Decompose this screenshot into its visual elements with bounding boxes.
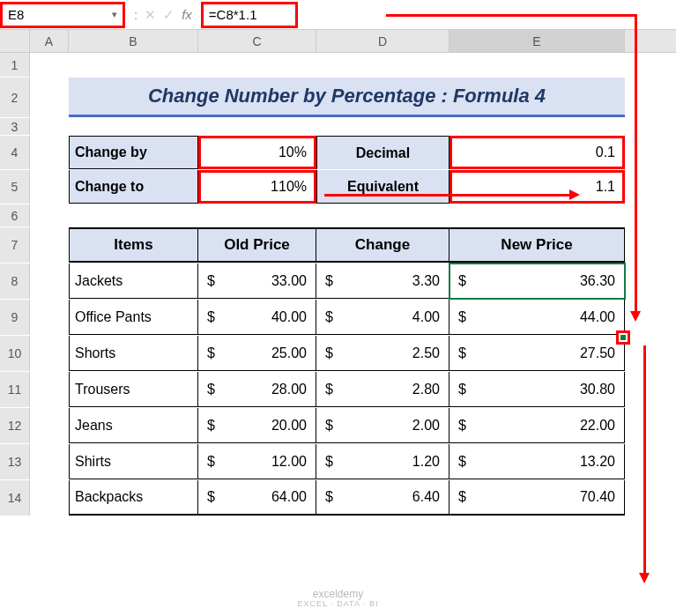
change-cell[interactable]: $3.30 bbox=[316, 263, 449, 299]
th-items[interactable]: Items bbox=[69, 227, 198, 263]
new-price-cell[interactable]: $22.00 bbox=[449, 408, 625, 443]
confirm-icon[interactable]: ✓ bbox=[163, 7, 175, 23]
cell-A1[interactable] bbox=[30, 53, 69, 77]
cell-B1[interactable] bbox=[69, 53, 198, 77]
old-price-cell[interactable]: $33.00 bbox=[198, 263, 316, 299]
select-all-corner[interactable] bbox=[0, 30, 30, 52]
cell-A3[interactable] bbox=[30, 118, 69, 135]
cell-A5[interactable] bbox=[30, 170, 69, 204]
cell-A13[interactable] bbox=[30, 444, 69, 479]
row-header-13[interactable]: 13 bbox=[0, 444, 30, 479]
change-cell[interactable]: $1.20 bbox=[316, 444, 449, 479]
col-header-D[interactable]: D bbox=[316, 30, 449, 52]
row-header-14[interactable]: 14 bbox=[0, 480, 30, 516]
change-cell[interactable]: $2.00 bbox=[316, 408, 449, 443]
decimal-val-2[interactable]: 1.1 bbox=[449, 170, 625, 204]
new-price-cell[interactable]: $13.20 bbox=[449, 444, 625, 479]
old-price-cell[interactable]: $20.00 bbox=[198, 408, 316, 443]
change-to-pct[interactable]: 110% bbox=[198, 170, 316, 204]
change-cell[interactable]: $2.50 bbox=[316, 336, 449, 371]
column-headers: A B C D E bbox=[0, 30, 676, 53]
item-cell[interactable]: Jeans bbox=[69, 408, 198, 443]
item-cell[interactable]: Shirts bbox=[69, 444, 198, 479]
old-price-cell[interactable]: $25.00 bbox=[198, 336, 316, 371]
cell-A10[interactable] bbox=[30, 336, 69, 371]
th-old[interactable]: Old Price bbox=[198, 227, 316, 263]
decimal-val-1[interactable]: 0.1 bbox=[449, 136, 625, 169]
change-cell[interactable]: $4.00 bbox=[316, 300, 449, 335]
formula-input[interactable]: =C8*1.1 bbox=[201, 2, 298, 28]
chevron-down-icon[interactable]: ▾ bbox=[112, 9, 117, 20]
data-rows-container: 8Jackets$33.00$3.30$36.309Office Pants$4… bbox=[0, 263, 676, 516]
fill-handle[interactable] bbox=[616, 330, 630, 345]
watermark-bottom: EXCEL · DATA · BI bbox=[298, 600, 379, 609]
change-cell[interactable]: $2.80 bbox=[316, 372, 449, 407]
item-cell[interactable]: Office Pants bbox=[69, 300, 198, 335]
fx-icon[interactable]: fx bbox=[182, 7, 192, 22]
old-price-cell[interactable]: $28.00 bbox=[198, 372, 316, 407]
row-header-4[interactable]: 4 bbox=[0, 136, 30, 169]
item-cell[interactable]: Backpacks bbox=[69, 480, 198, 516]
old-price-cell[interactable]: $12.00 bbox=[198, 444, 316, 479]
row-header-2[interactable]: 2 bbox=[0, 78, 30, 117]
arrow-c-to-e bbox=[324, 194, 571, 197]
row-header-7[interactable]: 7 bbox=[0, 227, 30, 263]
cell-A12[interactable] bbox=[30, 408, 69, 443]
formula-text: =C8*1.1 bbox=[209, 7, 257, 22]
old-price-cell[interactable]: $64.00 bbox=[198, 480, 316, 516]
item-cell[interactable]: Trousers bbox=[69, 372, 198, 407]
cell-A6[interactable] bbox=[30, 204, 69, 226]
title-cell[interactable]: Change Number by Percentage : Formula 4 bbox=[69, 78, 625, 117]
cell-A4[interactable] bbox=[30, 136, 69, 169]
change-to-label[interactable]: Change to bbox=[69, 170, 198, 204]
row-header-12[interactable]: 12 bbox=[0, 408, 30, 443]
change-by-label[interactable]: Change by bbox=[69, 136, 198, 169]
watermark: exceldemy EXCEL · DATA · BI bbox=[298, 589, 379, 609]
col-header-A[interactable]: A bbox=[30, 30, 69, 52]
old-price-cell[interactable]: $40.00 bbox=[198, 300, 316, 335]
item-cell[interactable]: Shorts bbox=[69, 336, 198, 371]
cell-A8[interactable] bbox=[30, 263, 69, 299]
col-header-B[interactable]: B bbox=[69, 30, 198, 52]
item-cell[interactable]: Jackets bbox=[69, 263, 198, 299]
row-header-6[interactable]: 6 bbox=[0, 204, 30, 226]
cell-C1[interactable] bbox=[198, 53, 316, 77]
decimal-label-1[interactable]: Decimal bbox=[316, 136, 449, 169]
new-price-cell[interactable]: $70.40 bbox=[449, 480, 625, 516]
cell-A9[interactable] bbox=[30, 300, 69, 335]
row-header-9[interactable]: 9 bbox=[0, 300, 30, 335]
name-box-value: E8 bbox=[8, 7, 24, 22]
row-header-8[interactable]: 8 bbox=[0, 263, 30, 299]
change-by-pct[interactable]: 10% bbox=[198, 136, 316, 169]
col-header-C[interactable]: C bbox=[198, 30, 316, 52]
change-cell[interactable]: $6.40 bbox=[316, 480, 449, 516]
cancel-icon[interactable]: ✕ bbox=[145, 7, 156, 23]
cell-A2[interactable] bbox=[30, 78, 69, 117]
spreadsheet-grid: 1 2 Change Number by Percentage : Formul… bbox=[0, 53, 676, 516]
row-header-10[interactable]: 10 bbox=[0, 336, 30, 371]
new-price-cell[interactable]: $27.50 bbox=[449, 336, 625, 371]
row-header-5[interactable]: 5 bbox=[0, 170, 30, 204]
cell-D1[interactable] bbox=[316, 53, 449, 77]
cell-A14[interactable] bbox=[30, 480, 69, 516]
row-header-3[interactable]: 3 bbox=[0, 118, 30, 135]
cell-A7[interactable] bbox=[30, 227, 69, 263]
row-header-1[interactable]: 1 bbox=[0, 53, 30, 77]
arrow-fill-vert bbox=[643, 345, 646, 575]
th-change[interactable]: Change bbox=[316, 227, 449, 263]
arrow-formula-horiz bbox=[386, 14, 637, 17]
decimal-label-2[interactable]: Equivalent bbox=[316, 170, 449, 204]
name-box[interactable]: E8 ▾ bbox=[0, 2, 125, 28]
row-header-11[interactable]: 11 bbox=[0, 372, 30, 407]
cell-A11[interactable] bbox=[30, 372, 69, 407]
new-price-cell[interactable]: $30.80 bbox=[449, 372, 625, 407]
new-price-cell[interactable]: $44.00 bbox=[449, 300, 625, 335]
col-header-E[interactable]: E bbox=[449, 30, 625, 52]
arrow-head-fill-icon bbox=[639, 573, 650, 583]
arrow-formula-vert bbox=[635, 14, 637, 314]
th-new[interactable]: New Price bbox=[449, 227, 625, 263]
cell-row6[interactable] bbox=[69, 204, 625, 226]
new-price-cell[interactable]: $36.30 bbox=[449, 263, 625, 299]
cell-row3[interactable] bbox=[69, 118, 625, 135]
cell-E1[interactable] bbox=[449, 53, 625, 77]
